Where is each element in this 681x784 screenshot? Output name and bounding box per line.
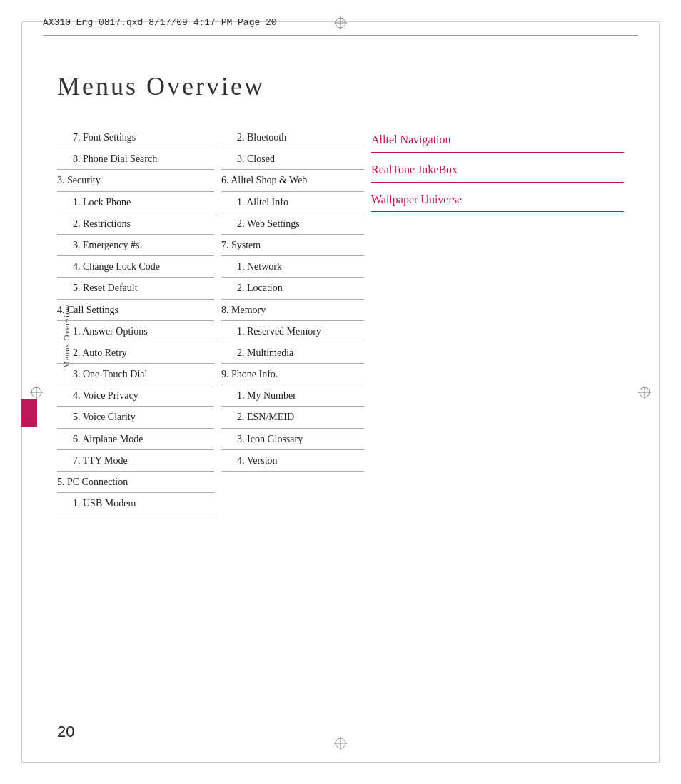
link-item[interactable]: Alltel Navigation bbox=[371, 127, 624, 153]
list-item: 2. Restrictions bbox=[57, 213, 214, 235]
list-item: 1. My Number bbox=[221, 385, 364, 407]
header-cross-mark bbox=[334, 16, 347, 29]
red-bookmark-tab bbox=[21, 399, 37, 427]
list-item: 7. TTY Mode bbox=[57, 450, 214, 472]
list-item: 1. Reserved Memory bbox=[221, 321, 364, 342]
list-item: 3. Closed bbox=[221, 148, 364, 170]
right-cross-mark bbox=[638, 386, 651, 399]
list-item: 2. ESN/MEID bbox=[221, 407, 364, 428]
page-title: Menus Overview bbox=[57, 71, 624, 101]
list-item: 2. Location bbox=[221, 278, 364, 299]
columns-container: 7. Font Settings8. Phone Dial Search3. S… bbox=[57, 127, 624, 514]
list-item: 1. Network bbox=[221, 256, 364, 278]
list-item: 5. Voice Clarity bbox=[57, 407, 214, 428]
list-item: 4. Change Lock Code bbox=[57, 256, 214, 278]
list-item: 4. Version bbox=[221, 450, 364, 472]
header-text: AX310_Eng_0817.qxd 8/17/09 4:17 PM Page … bbox=[43, 17, 277, 28]
list-item: 7. System bbox=[221, 235, 364, 256]
list-item: 1. USB Modem bbox=[57, 493, 214, 514]
list-item: 2. Auto Retry bbox=[57, 342, 214, 364]
page-header: AX310_Eng_0817.qxd 8/17/09 4:17 PM Page … bbox=[43, 10, 638, 36]
list-item: 3. Icon Glossary bbox=[221, 429, 364, 450]
list-item: 5. Reset Default bbox=[57, 278, 214, 299]
list-item: 9. Phone Info. bbox=[221, 364, 364, 385]
link-item[interactable]: RealTone JukeBox bbox=[371, 157, 624, 183]
list-item: 2. Web Settings bbox=[221, 213, 364, 235]
list-item: 7. Font Settings bbox=[57, 127, 214, 148]
list-item: 1. Alltel Info bbox=[221, 192, 364, 213]
list-item: 3. One-Touch Dial bbox=[57, 364, 214, 385]
bottom-cross-mark bbox=[334, 737, 347, 750]
list-item: 8. Memory bbox=[221, 300, 364, 321]
column-3: Alltel NavigationRealTone JukeBoxWallpap… bbox=[364, 127, 624, 216]
main-content: Menus Overview 7. Font Settings8. Phone … bbox=[57, 71, 624, 713]
list-item: 4. Call Settings bbox=[57, 300, 214, 321]
list-item: 2. Multimedia bbox=[221, 342, 364, 364]
list-item: 3. Emergency #s bbox=[57, 235, 214, 256]
list-item: 1. Lock Phone bbox=[57, 192, 214, 213]
list-item: 8. Phone Dial Search bbox=[57, 148, 214, 170]
page-number: 20 bbox=[57, 723, 74, 741]
list-item: 1. Answer Options bbox=[57, 321, 214, 342]
list-item: 6. Airplane Mode bbox=[57, 429, 214, 450]
left-cross-mark bbox=[30, 386, 43, 399]
column-2: 2. Bluetooth3. Closed6. Alltel Shop & We… bbox=[214, 127, 364, 472]
list-item: 4. Voice Privacy bbox=[57, 385, 214, 407]
list-item: 5. PC Connection bbox=[57, 472, 214, 493]
column-1: 7. Font Settings8. Phone Dial Search3. S… bbox=[57, 127, 214, 514]
link-item[interactable]: Wallpaper Universe bbox=[371, 187, 624, 213]
list-item: 2. Bluetooth bbox=[221, 127, 364, 148]
list-item: 3. Security bbox=[57, 170, 214, 191]
list-item: 6. Alltel Shop & Web bbox=[221, 170, 364, 191]
